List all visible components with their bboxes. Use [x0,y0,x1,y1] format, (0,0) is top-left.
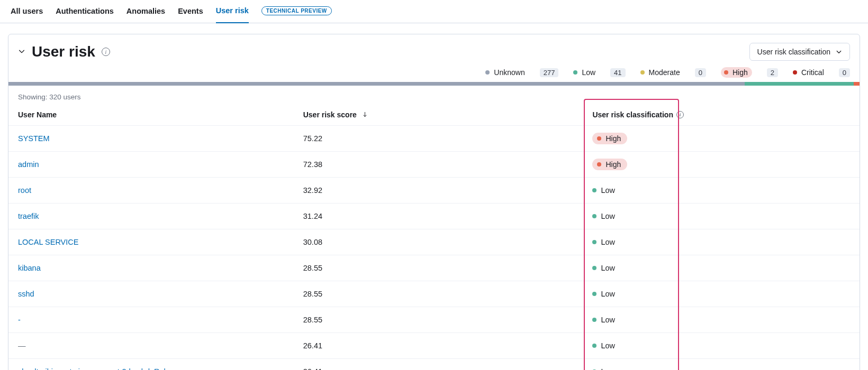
legend-item-low[interactable]: Low [573,68,595,77]
legend-dot-icon [573,70,577,75]
legend-item-moderate[interactable]: Moderate [640,68,680,77]
classification-dropdown[interactable]: User risk classification [749,43,850,61]
table-row: LOCAL SERVICE30.08Low [8,229,860,255]
risk-score-cell: 26.41 [298,359,587,371]
legend-label: Moderate [649,68,680,77]
legend-dot-icon [485,70,490,75]
legend-item-critical[interactable]: Critical [793,68,824,77]
user-name-link[interactable]: root [8,178,298,204]
classification-dot-icon [592,188,596,192]
table-row: -28.55Low [8,307,860,333]
user-name-link[interactable]: SYSTEM [8,126,298,152]
tab-events[interactable]: Events [178,7,203,23]
table-row: traefik31.24Low [8,204,860,229]
info-icon[interactable]: i [102,48,110,56]
classification-dot-icon [597,162,601,166]
legend-count: 2 [767,68,778,77]
classification-label: Low [601,341,615,350]
tab-anomalies[interactable]: Anomalies [126,7,165,23]
risk-score-cell: 26.41 [298,333,587,359]
user-name-link[interactable]: traefik [8,204,298,229]
legend-label: Unknown [494,68,525,77]
distribution-segment [8,82,745,86]
table-wrapper: User Name User risk score User risk clas… [8,104,860,370]
panel-header: User risk i User risk classification [8,43,860,67]
user-name-link[interactable]: admin [8,152,298,178]
classification-label: Low [601,264,615,272]
risk-classification-cell: High [587,152,860,178]
legend-item-unknown[interactable]: Unknown [485,68,525,77]
table-row: kibana28.55Low [8,255,860,281]
risk-score-cell: 30.08 [298,229,587,255]
user-name-link[interactable]: sshd [8,281,298,307]
risk-classification-cell: Low [587,178,860,204]
distribution-bar [8,82,860,86]
classification-dot-icon [592,240,596,244]
distribution-segment [745,82,854,86]
classification-label: High [605,134,621,143]
classification-dot-icon [592,344,596,348]
tab-bar: All usersAuthenticationsAnomaliesEventsU… [0,0,868,23]
legend-label: Low [582,68,595,77]
user-name-link[interactable]: - [8,307,298,333]
panel-title: User risk [32,43,95,60]
table-row: sshd28.55Low [8,281,860,307]
user-name-link[interactable]: kibana [8,255,298,281]
risk-score-cell: 31.24 [298,204,587,229]
legend-label: Critical [801,68,824,77]
tab-user-risk[interactable]: User risk [216,6,249,23]
legend-label: High [733,68,748,77]
panel-title-wrap: User risk i [18,43,110,60]
classification-dot-icon [592,214,596,218]
classification-label: Low [601,212,615,220]
col-header-score-label: User risk score [303,110,357,119]
classification-dot-icon [592,318,596,322]
legend-count: 277 [540,68,559,77]
col-header-name[interactable]: User Name [8,104,298,126]
classification-dot-icon [592,266,596,270]
table-row: cloudtrail-ingest-siem-us-west-2-lambdaR… [8,359,860,371]
classification-label: High [605,160,621,169]
table-row: admin72.38High [8,152,860,178]
risk-score-cell: 75.22 [298,126,587,152]
user-name-link[interactable]: LOCAL SERVICE [8,229,298,255]
legend-count: 0 [695,68,706,77]
risk-score-cell: 28.55 [298,255,587,281]
legend-count: 41 [610,68,625,77]
distribution-segment [854,82,860,86]
classification-dot-icon [597,136,601,141]
classification-label: Low [601,238,615,246]
risk-score-cell: 28.55 [298,281,587,307]
risk-score-cell: 28.55 [298,307,587,333]
risk-classification-cell: Low [587,359,860,371]
col-header-classification[interactable]: User risk classification i [587,104,860,126]
legend-dot-icon [640,70,645,75]
legend-count: 0 [839,68,850,77]
col-header-name-label: User Name [18,110,57,119]
legend-row: Unknown277Low41Moderate0High2Critical0 [8,67,860,82]
user-name-link[interactable]: cloudtrail-ingest-siem-us-west-2-lambdaR… [8,359,298,371]
legend-dot-icon [724,70,728,75]
col-header-classif-label: User risk classification [592,110,673,119]
chevron-down-icon [836,49,842,55]
risk-classification-cell: Low [587,255,860,281]
classification-label: Low [601,186,615,195]
user-risk-table: User Name User risk score User risk clas… [8,104,860,370]
classification-label: Low [601,316,615,324]
tab-all-users[interactable]: All users [11,7,43,23]
user-risk-panel: User risk i User risk classification Unk… [8,34,860,370]
risk-score-cell: 32.92 [298,178,587,204]
risk-classification-cell: Low [587,307,860,333]
chevron-down-icon[interactable] [18,48,25,57]
classification-label: Low [601,290,615,298]
legend-dot-icon [793,70,797,75]
risk-classification-cell: Low [587,204,860,229]
col-header-score[interactable]: User risk score [298,104,587,126]
technical-preview-badge: TECHNICAL PREVIEW [261,6,332,15]
risk-score-cell: 72.38 [298,152,587,178]
info-icon[interactable]: i [676,111,684,118]
risk-classification-cell: Low [587,333,860,359]
tab-authentications[interactable]: Authentications [56,7,114,23]
risk-classification-cell: Low [587,229,860,255]
legend-item-high[interactable]: High [721,67,752,78]
